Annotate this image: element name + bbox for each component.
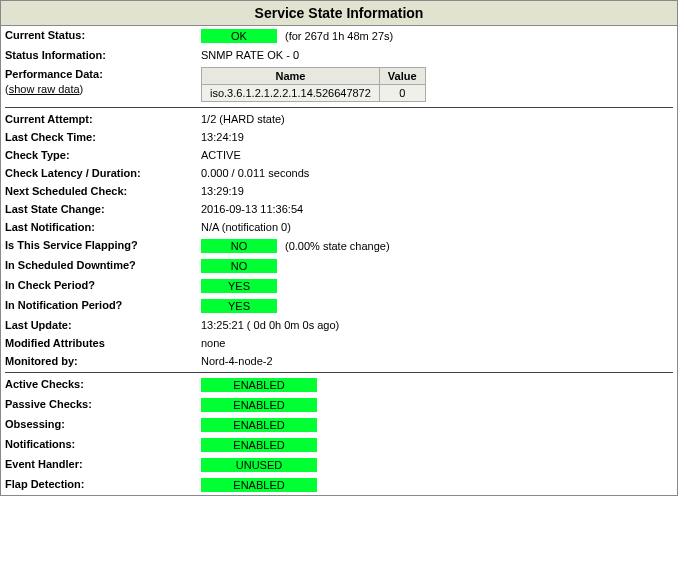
last-state-change-label: Last State Change:: [5, 203, 201, 215]
status-information-value: SNMP RATE OK - 0: [201, 49, 299, 61]
flap-detection-label: Flap Detection:: [5, 478, 201, 490]
last-state-change-value: 2016-09-13 11:36:54: [201, 203, 303, 215]
check-period-badge: YES: [201, 279, 277, 293]
notification-period-badge: YES: [201, 299, 277, 313]
show-raw-suffix: ): [80, 83, 84, 95]
perf-row-value: 0: [379, 85, 425, 102]
current-attempt-value: 1/2 (HARD state): [201, 113, 285, 125]
last-update-label: Last Update:: [5, 319, 201, 331]
current-status-label: Current Status:: [5, 29, 201, 41]
check-type-value: ACTIVE: [201, 149, 241, 161]
check-type-label: Check Type:: [5, 149, 201, 161]
monitored-by-label: Monitored by:: [5, 355, 201, 367]
next-scheduled-check-label: Next Scheduled Check:: [5, 185, 201, 197]
check-latency-value: 0.000 / 0.011 seconds: [201, 167, 309, 179]
current-attempt-label: Current Attempt:: [5, 113, 201, 125]
monitored-by-value: Nord-4-node-2: [201, 355, 273, 367]
modified-attributes-value: none: [201, 337, 225, 349]
table-row: iso.3.6.1.2.1.2.2.1.14.526647872 0: [202, 85, 426, 102]
flapping-extra: (0.00% state change): [285, 240, 390, 252]
active-checks-label: Active Checks:: [5, 378, 201, 390]
event-handler-badge: UNUSED: [201, 458, 317, 472]
flapping-label: Is This Service Flapping?: [5, 239, 201, 251]
notification-period-label: In Notification Period?: [5, 299, 201, 311]
notifications-badge: ENABLED: [201, 438, 317, 452]
show-raw-data-link[interactable]: show raw data: [9, 83, 80, 95]
performance-data-table: Name Value iso.3.6.1.2.1.2.2.1.14.526647…: [201, 67, 426, 102]
perf-col-name: Name: [202, 68, 380, 85]
flap-detection-badge: ENABLED: [201, 478, 317, 492]
downtime-label: In Scheduled Downtime?: [5, 259, 201, 271]
section-mid: Current Attempt:1/2 (HARD state) Last Ch…: [1, 110, 677, 370]
divider: [5, 372, 673, 373]
obsessing-label: Obsessing:: [5, 418, 201, 430]
performance-data-label: Performance Data:: [5, 68, 103, 80]
last-check-time-value: 13:24:19: [201, 131, 244, 143]
downtime-badge: NO: [201, 259, 277, 273]
flapping-badge: NO: [201, 239, 277, 253]
divider: [5, 107, 673, 108]
last-notification-label: Last Notification:: [5, 221, 201, 233]
notifications-label: Notifications:: [5, 438, 201, 450]
passive-checks-badge: ENABLED: [201, 398, 317, 412]
active-checks-badge: ENABLED: [201, 378, 317, 392]
check-latency-label: Check Latency / Duration:: [5, 167, 201, 179]
obsessing-badge: ENABLED: [201, 418, 317, 432]
perf-row-name: iso.3.6.1.2.1.2.2.1.14.526647872: [202, 85, 380, 102]
next-scheduled-check-value: 13:29:19: [201, 185, 244, 197]
status-badge-ok: OK: [201, 29, 277, 43]
last-check-time-label: Last Check Time:: [5, 131, 201, 143]
modified-attributes-label: Modified Attributes: [5, 337, 201, 349]
service-state-panel: Service State Information Current Status…: [0, 0, 678, 496]
section-bottom: Active Checks:ENABLED Passive Checks:ENA…: [1, 375, 677, 495]
panel-title: Service State Information: [1, 1, 677, 26]
last-notification-value: N/A (notification 0): [201, 221, 291, 233]
section-top: Current Status: OK (for 267d 1h 48m 27s)…: [1, 26, 677, 105]
event-handler-label: Event Handler:: [5, 458, 201, 470]
check-period-label: In Check Period?: [5, 279, 201, 291]
status-information-label: Status Information:: [5, 49, 201, 61]
current-status-duration: (for 267d 1h 48m 27s): [285, 30, 393, 42]
passive-checks-label: Passive Checks:: [5, 398, 201, 410]
last-update-value: 13:25:21 ( 0d 0h 0m 0s ago): [201, 319, 339, 331]
perf-col-value: Value: [379, 68, 425, 85]
